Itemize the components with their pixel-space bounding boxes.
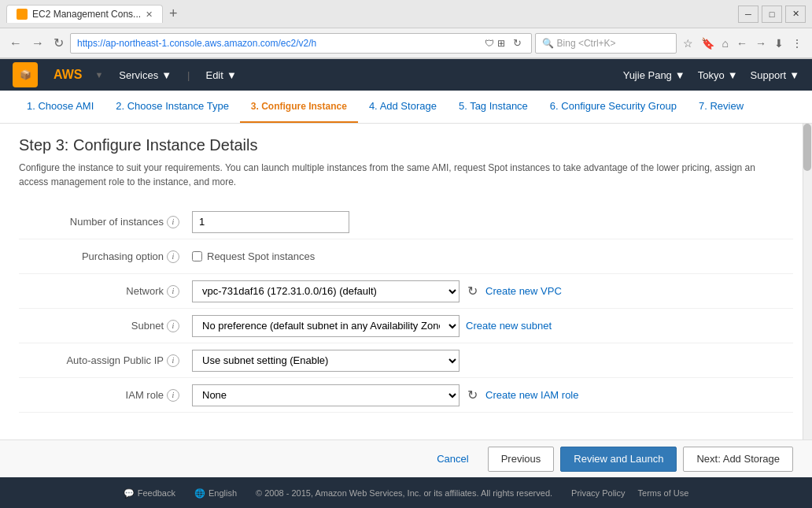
- services-menu[interactable]: Services ▼: [116, 63, 175, 87]
- num-instances-input[interactable]: [192, 211, 349, 233]
- spot-instances-checkbox[interactable]: [192, 251, 202, 261]
- autoip-select[interactable]: Use subnet setting (Enable): [192, 350, 460, 372]
- reload-icon[interactable]: ↻: [510, 35, 525, 50]
- purchasing-option-value: Request Spot instances: [192, 246, 793, 267]
- search-placeholder: Bing <Ctrl+K>: [557, 38, 616, 49]
- page-footer: 💬 Feedback 🌐 English © 2008 - 2015, Amaz…: [0, 477, 812, 508]
- settings-icon[interactable]: ⋮: [788, 35, 806, 51]
- tab-choose-ami[interactable]: 1. Choose AMI: [16, 91, 105, 123]
- region-menu[interactable]: Tokyo ▼: [698, 69, 738, 81]
- tab-tag-instance[interactable]: 5. Tag Instance: [448, 91, 539, 123]
- nav-icons: ☆ 🔖 ⌂ ← → ⬇ ⋮: [680, 35, 806, 51]
- services-chevron-icon: ▼: [161, 69, 172, 81]
- network-row: Network i vpc-731daf16 (172.31.0.0/16) (…: [19, 274, 793, 309]
- main-content: Step 3: Configure Instance Details Confi…: [0, 124, 812, 439]
- subnet-select[interactable]: No preference (default subnet in any Ava…: [192, 315, 460, 337]
- network-select[interactable]: vpc-731daf16 (172.31.0.0/16) (default): [192, 280, 460, 302]
- iam-label: IAM role i: [19, 389, 192, 402]
- search-icon: 🔍: [542, 38, 554, 49]
- aws-right-nav: Yujie Pang ▼ Tokyo ▼ Support ▼: [623, 69, 799, 81]
- bookmark-icon[interactable]: 🔖: [698, 35, 718, 51]
- forward-nav-icon[interactable]: →: [752, 35, 770, 51]
- edit-menu[interactable]: Edit ▼: [202, 63, 239, 87]
- forward-button[interactable]: →: [28, 35, 47, 52]
- subnet-info-icon[interactable]: i: [167, 320, 179, 332]
- copyright-text: © 2008 - 2015, Amazon Web Services, Inc.…: [256, 488, 552, 498]
- cancel-button[interactable]: Cancel: [424, 447, 481, 472]
- close-button[interactable]: ✕: [785, 6, 806, 23]
- terms-of-use-link[interactable]: Terms of Use: [638, 488, 689, 498]
- network-info-icon[interactable]: i: [167, 285, 179, 298]
- tab-review[interactable]: 7. Review: [688, 91, 755, 123]
- shield-icon: 🛡: [485, 38, 494, 49]
- grid-icon: ⊞: [497, 38, 505, 49]
- privacy-policy-link[interactable]: Privacy Policy: [571, 488, 625, 498]
- autoip-row: Auto-assign Public IP i Use subnet setti…: [19, 343, 793, 378]
- star-icon[interactable]: ☆: [680, 35, 696, 51]
- tab-configure-security[interactable]: 6. Configure Security Group: [539, 91, 688, 123]
- create-subnet-link[interactable]: Create new subnet: [466, 320, 552, 332]
- wizard-tabs: 1. Choose AMI 2. Choose Instance Type 3.…: [0, 91, 812, 124]
- num-instances-value: [192, 206, 793, 238]
- iam-info-icon[interactable]: i: [167, 389, 179, 402]
- aws-header: 📦 AWS ▼ Services ▼ | Edit ▼ Yujie Pang ▼…: [0, 59, 812, 91]
- purchasing-info-icon[interactable]: i: [167, 250, 179, 263]
- title-bar: EC2 Management Cons... ✕ + ─ □ ✕: [0, 0, 812, 28]
- network-refresh-icon[interactable]: ↻: [466, 284, 479, 298]
- create-vpc-link[interactable]: Create new VPC: [485, 285, 562, 297]
- back-button[interactable]: ←: [6, 35, 25, 52]
- action-bar: Cancel Previous Review and Launch Next: …: [0, 439, 812, 477]
- home-icon[interactable]: ⌂: [719, 35, 732, 51]
- aws-logo: 📦: [13, 62, 38, 87]
- scrollbar-thumb[interactable]: [803, 124, 811, 171]
- page-description: Configure the instance to suit your requ…: [19, 161, 774, 189]
- feedback-button[interactable]: 💬 Feedback: [124, 488, 175, 499]
- address-bar[interactable]: https://ap-northeast-1.console.aws.amazo…: [70, 33, 532, 54]
- address-text: https://ap-northeast-1.console.aws.amazo…: [77, 38, 480, 49]
- user-menu[interactable]: Yujie Pang ▼: [623, 69, 685, 81]
- iam-row: IAM role i None ↻ Create new IAM role: [19, 378, 793, 413]
- num-instances-row: Number of instances i: [19, 205, 793, 239]
- previous-button[interactable]: Previous: [488, 447, 555, 472]
- user-chevron-icon: ▼: [675, 69, 685, 81]
- download-icon[interactable]: ⬇: [771, 35, 787, 51]
- window-controls: ─ □ ✕: [738, 6, 806, 23]
- refresh-button[interactable]: ↻: [50, 34, 67, 52]
- maximize-button[interactable]: □: [762, 6, 782, 23]
- tab-close-icon[interactable]: ✕: [146, 9, 153, 20]
- num-instances-label: Number of instances i: [19, 216, 192, 228]
- tab-title: EC2 Management Cons...: [32, 9, 141, 20]
- globe-icon: 🌐: [194, 488, 205, 499]
- search-bar[interactable]: 🔍 Bing <Ctrl+K>: [535, 33, 677, 54]
- subnet-row: Subnet i No preference (default subnet i…: [19, 309, 793, 343]
- nav-bar: ← → ↻ https://ap-northeast-1.console.aws…: [0, 28, 812, 58]
- review-launch-button[interactable]: Review and Launch: [560, 447, 677, 472]
- subnet-label: Subnet i: [19, 320, 192, 332]
- tab-choose-instance-type[interactable]: 2. Choose Instance Type: [105, 91, 240, 123]
- browser-tab[interactable]: EC2 Management Cons... ✕: [6, 5, 163, 23]
- create-iam-link[interactable]: Create new IAM role: [485, 389, 579, 401]
- tab-configure-instance[interactable]: 3. Configure Instance: [240, 91, 358, 123]
- network-label: Network i: [19, 285, 192, 298]
- iam-refresh-icon[interactable]: ↻: [466, 387, 479, 402]
- purchasing-option-row: Purchasing option i Request Spot instanc…: [19, 239, 793, 274]
- back-nav-icon[interactable]: ←: [733, 35, 751, 51]
- subnet-value: No preference (default subnet in any Ava…: [192, 310, 793, 342]
- page-title: Step 3: Configure Instance Details: [19, 136, 793, 154]
- autoip-info-icon[interactable]: i: [167, 354, 179, 367]
- spot-instances-checkbox-label[interactable]: Request Spot instances: [192, 250, 315, 262]
- aws-brand-label: AWS: [54, 68, 82, 82]
- scrollbar-track[interactable]: [803, 124, 812, 439]
- iam-select[interactable]: None: [192, 384, 460, 406]
- next-add-storage-button[interactable]: Next: Add Storage: [683, 447, 793, 472]
- autoip-label: Auto-assign Public IP i: [19, 354, 192, 367]
- language-button[interactable]: 🌐 English: [194, 488, 237, 499]
- edit-chevron-icon: ▼: [227, 69, 237, 81]
- minimize-button[interactable]: ─: [738, 6, 758, 23]
- support-menu[interactable]: Support ▼: [751, 69, 799, 81]
- purchasing-option-label: Purchasing option i: [19, 250, 192, 263]
- tab-add-storage[interactable]: 4. Add Storage: [358, 91, 448, 123]
- new-tab-button[interactable]: +: [163, 2, 184, 25]
- address-icons: 🛡 ⊞: [485, 38, 505, 49]
- num-instances-info-icon[interactable]: i: [167, 216, 179, 228]
